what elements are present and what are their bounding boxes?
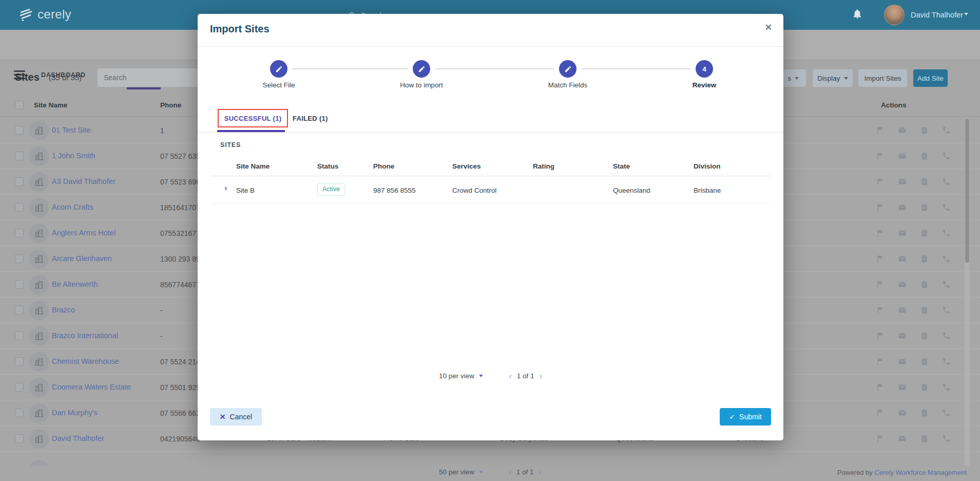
clipboard-icon[interactable] (920, 280, 929, 289)
display-button[interactable]: Display (813, 69, 853, 87)
clipboard-icon[interactable] (920, 306, 929, 314)
row-checkbox[interactable] (15, 152, 24, 160)
clipboard-icon[interactable] (920, 126, 929, 135)
phone-icon[interactable] (942, 357, 951, 366)
cancel-button[interactable]: ✕ Cancel (210, 408, 262, 425)
close-icon[interactable]: ✕ (765, 22, 772, 33)
site-name-link[interactable]: Brazco (52, 306, 75, 314)
mail-icon[interactable] (898, 357, 907, 366)
flag-icon[interactable] (876, 434, 885, 443)
col-header-phone[interactable]: Phone (160, 101, 181, 109)
mail-icon[interactable] (898, 229, 907, 237)
row-checkbox[interactable] (15, 203, 24, 212)
step-1-select-file[interactable] (270, 60, 287, 78)
flag-icon[interactable] (876, 306, 885, 314)
row-checkbox[interactable] (15, 280, 24, 289)
table-scrollbar[interactable] (965, 118, 970, 466)
row-expand-icon[interactable]: › (224, 184, 233, 192)
mail-icon[interactable] (898, 434, 907, 443)
mail-icon[interactable] (898, 383, 907, 392)
clipboard-icon[interactable] (920, 254, 929, 263)
phone-icon[interactable] (942, 409, 951, 417)
tab-successful[interactable]: SUCCESSFUL (1) (218, 109, 288, 127)
site-name-link[interactable]: Be Altenwerth (52, 280, 98, 288)
site-name-link[interactable]: Acorn Crafts (52, 203, 93, 211)
flag-icon[interactable] (876, 152, 885, 160)
mail-icon[interactable] (898, 331, 907, 340)
site-name-link[interactable]: Chemist Warehouse (52, 357, 119, 365)
add-site-button[interactable]: Add Site (913, 69, 948, 87)
phone-icon[interactable] (942, 177, 951, 186)
phone-icon[interactable] (942, 306, 951, 314)
site-name-link[interactable]: Brazco International (52, 331, 118, 340)
clipboard-icon[interactable] (920, 357, 929, 366)
site-name-link[interactable]: A3 David Thalhofer (52, 177, 116, 186)
prev-page-icon[interactable]: ‹ (509, 469, 512, 475)
mail-icon[interactable] (898, 409, 907, 417)
phone-icon[interactable] (942, 280, 951, 289)
next-page-icon[interactable]: › (539, 373, 542, 379)
select-all-checkbox[interactable] (15, 101, 24, 109)
flag-icon[interactable] (876, 229, 885, 237)
powered-by-link[interactable]: Cerely Workforce Management (874, 469, 967, 476)
per-view-dropdown[interactable]: 50 per view (439, 468, 483, 476)
clipboard-icon[interactable] (920, 152, 929, 160)
step-4-review[interactable]: 4 (696, 60, 713, 78)
row-checkbox[interactable] (15, 177, 24, 186)
phone-icon[interactable] (942, 203, 951, 212)
step-3-match-fields[interactable] (559, 60, 577, 78)
clipboard-icon[interactable] (920, 434, 929, 443)
prev-page-icon[interactable]: ‹ (509, 373, 512, 379)
row-checkbox[interactable] (15, 331, 24, 340)
mail-icon[interactable] (898, 203, 907, 212)
row-checkbox[interactable] (15, 126, 24, 135)
clipboard-icon[interactable] (920, 177, 929, 186)
row-checkbox[interactable] (15, 357, 24, 366)
row-checkbox[interactable] (15, 254, 24, 263)
phone-icon[interactable] (942, 254, 951, 263)
user-name[interactable]: David Thalhofer (911, 11, 963, 19)
row-checkbox[interactable] (15, 383, 24, 392)
mail-icon[interactable] (898, 152, 907, 160)
flag-icon[interactable] (876, 280, 885, 289)
phone-icon[interactable] (942, 331, 951, 340)
mail-icon[interactable] (898, 177, 907, 186)
site-name-link[interactable]: Anglers Arms Hotel (52, 229, 116, 237)
site-name-link[interactable]: Dan Murphy's (52, 409, 98, 417)
tab-failed[interactable]: FAILED (1) (293, 115, 328, 122)
mail-icon[interactable] (898, 306, 907, 314)
col-header-site-name[interactable]: Site Name (34, 101, 67, 109)
flag-icon[interactable] (876, 254, 885, 263)
mail-icon[interactable] (898, 280, 907, 289)
flag-icon[interactable] (876, 409, 885, 417)
row-checkbox[interactable] (15, 229, 24, 237)
mail-icon[interactable] (898, 254, 907, 263)
phone-icon[interactable] (942, 229, 951, 237)
flag-icon[interactable] (876, 383, 885, 392)
site-name-link[interactable]: David Thalhofer (52, 434, 104, 442)
phone-icon[interactable] (942, 126, 951, 135)
site-name-link[interactable]: 01 Test Site (52, 126, 91, 134)
user-avatar[interactable] (884, 5, 905, 25)
phone-icon[interactable] (942, 152, 951, 160)
phone-icon[interactable] (942, 383, 951, 392)
site-name-link[interactable]: Coomera Waters Estate (52, 383, 131, 391)
flag-icon[interactable] (876, 177, 885, 186)
clipboard-icon[interactable] (920, 203, 929, 212)
clipboard-icon[interactable] (920, 383, 929, 392)
clipboard-icon[interactable] (920, 331, 929, 340)
row-checkbox[interactable] (15, 306, 24, 314)
phone-icon[interactable] (942, 434, 951, 443)
next-page-icon[interactable]: › (538, 469, 541, 475)
flag-icon[interactable] (876, 126, 885, 135)
import-sites-button[interactable]: Import Sites (858, 69, 907, 87)
submit-button[interactable]: ✓ Submit (720, 408, 771, 425)
flag-icon[interactable] (876, 203, 885, 212)
flag-icon[interactable] (876, 357, 885, 366)
row-checkbox[interactable] (15, 409, 24, 417)
mail-icon[interactable] (898, 126, 907, 135)
step-2-how-to-import[interactable] (413, 60, 430, 78)
site-name-link[interactable]: Arcare Glenhaven (52, 254, 112, 263)
clipboard-icon[interactable] (920, 409, 929, 417)
notification-bell-icon[interactable] (852, 8, 863, 20)
